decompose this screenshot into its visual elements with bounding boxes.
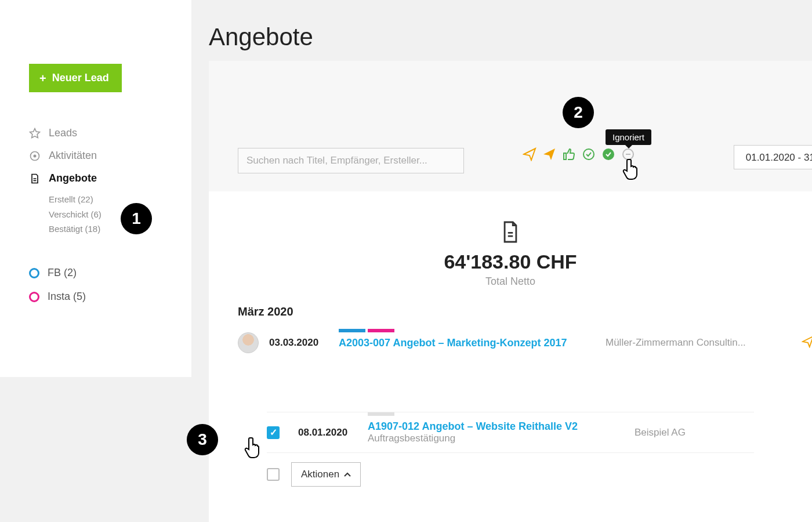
offer-link[interactable]: A1907-012 Angebot – Website Reithalle V2 — [368, 420, 578, 432]
row-tags — [368, 412, 394, 416]
summary-block: 64'183.80 CHF Total Netto — [209, 191, 812, 305]
leads-label: Leads — [49, 127, 77, 139]
chevron-up-icon — [344, 472, 351, 477]
thumb-up-icon[interactable] — [561, 147, 577, 162]
tag-insta[interactable]: Insta (5) — [29, 285, 86, 309]
sidebar-item-offers[interactable]: Angebote — [29, 167, 168, 190]
cursor-hand-icon — [622, 158, 641, 182]
star-icon — [29, 128, 41, 139]
actions-label: Aktionen — [301, 469, 339, 480]
row-tags — [339, 329, 394, 332]
avatar — [238, 332, 259, 353]
offers-label: Angebote — [49, 172, 97, 184]
filter-bar: Ignoriert 01.01.2020 - 31.1 — [209, 61, 812, 191]
row-client: Müller-Zimmermann Consultin... — [606, 337, 780, 349]
svg-point-3 — [603, 148, 614, 160]
offer-list: März 2020 03.03.2020 A2003-007 Angebot –… — [209, 305, 812, 361]
document-icon — [209, 220, 812, 246]
activities-label: Aktivitäten — [49, 150, 97, 162]
callout-badge-2: 2 — [563, 97, 594, 128]
sidebar-item-activities[interactable]: Aktivitäten — [29, 144, 168, 167]
tag-fb[interactable]: FB (2) — [29, 261, 86, 285]
paper-plane-outline-icon[interactable] — [522, 147, 537, 162]
target-icon — [29, 150, 41, 162]
search-input[interactable] — [238, 148, 464, 173]
cursor-hand-icon — [244, 437, 263, 460]
callout-badge-1: 1 — [121, 203, 152, 234]
tooltip-ignoriert: Ignoriert — [606, 129, 651, 145]
document-icon — [29, 173, 41, 184]
offer-list-detached: 08.01.2020 A1907-012 Angebot – Website R… — [238, 412, 783, 487]
row-avatar-cell — [238, 332, 263, 353]
row-date: 08.01.2020 — [298, 427, 362, 438]
tag-bar — [339, 329, 365, 332]
row-status-icon — [785, 335, 812, 350]
sidebar-item-leads[interactable]: Leads — [29, 122, 168, 144]
total-amount: 64'183.80 CHF — [209, 251, 812, 273]
row-subtitle: Auftragsbestätigung — [368, 433, 629, 444]
tag-bar — [368, 329, 394, 332]
tag-insta-label: Insta (5) — [48, 291, 86, 303]
bulk-actions-bar: Aktionen — [267, 453, 754, 487]
row-client: Beispiel AG — [635, 427, 809, 438]
main-panel: Ignoriert 01.01.2020 - 31.1 64'183.80 CH… — [209, 61, 812, 522]
select-all-checkbox[interactable] — [267, 468, 280, 481]
offer-link[interactable]: A2003-007 Angebot – Marketing-Konzept 20… — [339, 337, 567, 349]
group-heading: März 2020 — [238, 305, 783, 318]
tag-bar — [368, 412, 394, 416]
page-title: Angebote — [209, 23, 313, 51]
tag-fb-label: FB (2) — [48, 267, 77, 279]
circle-icon — [29, 292, 39, 302]
total-subtitle: Total Netto — [209, 276, 812, 288]
callout-badge-3: 3 — [187, 424, 218, 455]
row-title-cell: A1907-012 Angebot – Website Reithalle V2… — [368, 420, 629, 444]
svg-point-1 — [34, 155, 35, 157]
bulk-actions-dropdown[interactable]: Aktionen — [291, 462, 361, 487]
check-solid-icon[interactable] — [601, 147, 616, 162]
paper-plane-solid-icon[interactable] — [542, 147, 557, 162]
new-lead-label: Neuer Lead — [52, 72, 109, 84]
row-date: 03.03.2020 — [269, 337, 333, 349]
subnav-created[interactable]: Erstellt (22) — [49, 192, 168, 207]
plus-icon: + — [39, 72, 46, 84]
paper-plane-outline-icon — [802, 335, 812, 348]
date-range-picker[interactable]: 01.01.2020 - 31.1 — [734, 145, 812, 169]
svg-point-2 — [583, 149, 594, 160]
status-filter-icons — [522, 147, 636, 162]
tag-filters: FB (2) Insta (5) — [29, 261, 86, 309]
new-lead-button[interactable]: + Neuer Lead — [29, 64, 122, 92]
row-title-cell: A2003-007 Angebot – Marketing-Konzept 20… — [339, 337, 600, 349]
row-checkbox-cell — [267, 426, 292, 439]
row-checkbox[interactable] — [267, 426, 280, 439]
circle-icon — [29, 268, 39, 278]
table-row[interactable]: 08.01.2020 A1907-012 Angebot – Website R… — [267, 412, 754, 453]
check-outline-icon[interactable] — [581, 147, 596, 162]
table-row[interactable]: 03.03.2020 A2003-007 Angebot – Marketing… — [238, 324, 783, 361]
sidebar: + Neuer Lead Leads Aktivitäten Angebote … — [0, 0, 191, 377]
